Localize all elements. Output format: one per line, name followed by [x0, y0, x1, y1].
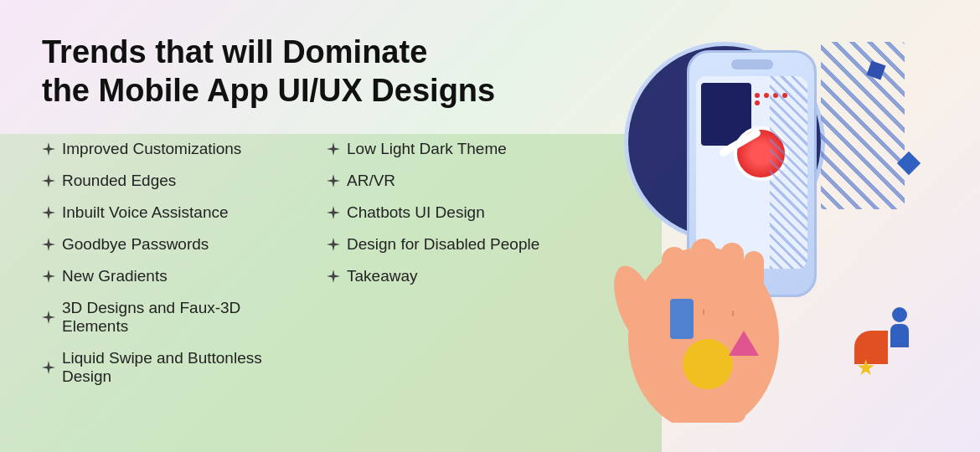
list-item: Chatbots UI Design [327, 197, 595, 229]
star-icon [42, 238, 55, 251]
page-title: Trends that will Dominate the Mobile App… [42, 33, 595, 110]
svg-marker-7 [327, 142, 340, 156]
svg-marker-10 [327, 238, 340, 251]
list-item: Improved Customizations [42, 133, 310, 165]
column-1: Improved Customizations Rounded Edges In… [42, 133, 310, 393]
deco-yellow-circle [683, 339, 733, 389]
svg-marker-4 [42, 270, 55, 283]
star-icon [42, 174, 55, 187]
star-icon [42, 270, 55, 283]
star-icon [42, 361, 55, 374]
star-icon [42, 311, 55, 324]
star-icon [327, 238, 340, 251]
phone-notch [731, 59, 773, 69]
list-item: Inbuilt Voice Assistance [42, 197, 310, 229]
main-container: Trends that will Dominate the Mobile App… [0, 0, 980, 452]
list-item: Rounded Edges [42, 165, 310, 197]
phone-illustration: ★ [611, 38, 930, 423]
left-content: Trends that will Dominate the Mobile App… [42, 33, 595, 427]
list-item: 3D Designs and Faux-3D Elements [42, 292, 310, 342]
svg-marker-2 [42, 206, 55, 219]
deco-pink-triangle [729, 331, 759, 356]
list-item: New Gradients [42, 260, 310, 292]
star-icon [42, 142, 55, 156]
svg-marker-5 [42, 311, 55, 324]
list-item: AR/VR [327, 165, 595, 197]
list-item: Low Light Dark Theme [327, 133, 595, 165]
svg-marker-11 [327, 270, 340, 283]
dot [764, 93, 769, 98]
svg-marker-9 [327, 206, 340, 219]
deco-blue-rect [670, 299, 694, 339]
list-item: Liquid Swipe and Buttonless Design [42, 342, 310, 393]
star-icon [42, 206, 55, 219]
list-item: Design for Disabled People [327, 229, 595, 260]
column-2: Low Light Dark Theme AR/VR Chatbots UI D… [327, 133, 595, 393]
star-icon [327, 270, 340, 283]
svg-marker-6 [42, 361, 55, 374]
diagonal-stripes [821, 42, 905, 209]
svg-marker-1 [42, 174, 55, 187]
dot [755, 100, 760, 105]
star-icon [327, 142, 340, 156]
deco-yellow-star: ★ [856, 355, 875, 381]
svg-marker-8 [327, 174, 340, 187]
list-item: Goodbye Passwords [42, 229, 310, 260]
list-item: Takeaway [327, 260, 595, 292]
items-grid: Improved Customizations Rounded Edges In… [42, 133, 595, 393]
star-icon [327, 174, 340, 187]
dot [755, 93, 760, 98]
svg-marker-3 [42, 238, 55, 251]
right-content: ★ [595, 33, 946, 427]
star-icon [327, 206, 340, 219]
deco-figure [890, 307, 909, 347]
svg-marker-0 [42, 142, 55, 156]
